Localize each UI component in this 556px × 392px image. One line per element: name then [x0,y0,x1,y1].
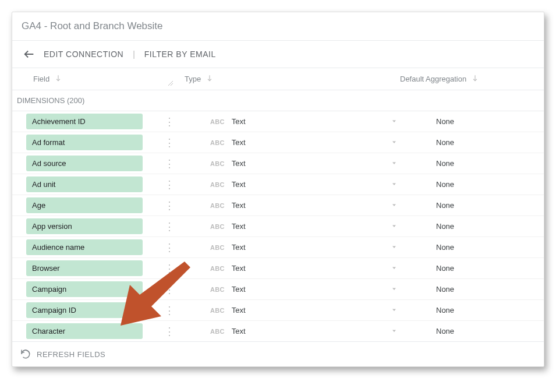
back-arrow-icon[interactable] [23,48,36,61]
more-options-icon[interactable]: ⋮ [161,326,178,337]
dimension-chip[interactable]: Achievement ID [26,114,143,129]
type-cell: ABC Text [210,263,415,274]
type-value: Text [232,138,246,147]
dimension-chip[interactable]: Audience name [26,239,143,255]
svg-marker-15 [392,309,396,311]
sort-arrow-down-icon [471,74,479,84]
type-value: Text [232,222,246,231]
aggregation-cell[interactable]: None [415,306,544,315]
type-dropdown-caret-icon[interactable] [391,326,398,337]
type-column-header[interactable]: Type [185,74,400,84]
aggregation-value: None [436,159,454,168]
dimension-chip[interactable]: Ad format [26,135,143,150]
svg-marker-13 [392,267,396,269]
type-dropdown-caret-icon[interactable] [391,200,398,211]
type-value: Text [232,264,246,273]
table-row: Browser ⋮ ABC Text None [12,258,544,279]
svg-line-2 [168,81,173,86]
svg-marker-7 [392,141,396,143]
aggregation-cell[interactable]: None [415,138,544,147]
field-cell: Audience name [26,239,161,255]
aggregation-cell[interactable]: None [415,327,544,336]
edit-connection-button[interactable]: EDIT CONNECTION [44,50,123,59]
type-cell: ABC Text [210,326,415,337]
aggregation-column-label: Default Aggregation [400,75,466,83]
resize-handle-icon[interactable] [167,79,173,87]
dimensions-list: Achievement ID ⋮ ABC Text None Ad format… [12,111,544,342]
aggregation-cell[interactable]: None [415,264,544,273]
field-cell: Campaign ID [26,302,161,318]
type-value: Text [232,327,246,336]
aggregation-cell[interactable]: None [415,180,544,189]
svg-line-3 [171,83,173,86]
aggregation-cell[interactable]: None [415,243,544,252]
svg-marker-9 [392,183,396,185]
more-options-icon[interactable]: ⋮ [161,179,178,190]
table-row: Campaign ID ⋮ ABC Text None [12,300,544,321]
aggregation-cell[interactable]: None [415,201,544,210]
type-column-label: Type [185,75,201,83]
field-column-header[interactable]: Field [33,74,185,84]
type-dropdown-caret-icon[interactable] [391,179,398,190]
field-cell: Ad format [26,135,161,150]
type-value: Text [232,285,246,294]
more-options-icon[interactable]: ⋮ [161,284,178,295]
more-options-icon[interactable]: ⋮ [161,263,178,274]
more-options-icon[interactable]: ⋮ [161,158,178,169]
field-cell: Browser [26,260,161,276]
type-dropdown-caret-icon[interactable] [391,158,398,169]
more-options-icon[interactable]: ⋮ [161,137,178,148]
type-cell: ABC Text [210,242,415,253]
table-row: Character ⋮ ABC Text None [12,321,544,342]
type-dropdown-caret-icon[interactable] [391,116,398,127]
table-row: Ad format ⋮ ABC Text None [12,132,544,153]
aggregation-value: None [436,138,454,147]
aggregation-cell[interactable]: None [415,285,544,294]
type-cell: ABC Text [210,305,415,316]
field-cell: Age [26,197,161,213]
type-dropdown-caret-icon[interactable] [391,221,398,232]
text-type-icon: ABC [210,244,225,251]
more-options-icon[interactable]: ⋮ [161,305,178,316]
more-options-icon[interactable]: ⋮ [161,242,178,253]
svg-marker-8 [392,162,396,164]
table-row: Achievement ID ⋮ ABC Text None [12,111,544,132]
type-dropdown-caret-icon[interactable] [391,305,398,316]
dimension-chip[interactable]: Ad source [26,156,143,171]
dimensions-section-header: DIMENSIONS (200) [12,90,544,111]
type-dropdown-caret-icon[interactable] [391,263,398,274]
aggregation-column-header[interactable]: Default Aggregation [400,74,544,84]
dimension-chip[interactable]: Character [26,323,143,339]
type-cell: ABC Text [210,200,415,211]
type-dropdown-caret-icon[interactable] [391,137,398,148]
column-headers: Field Type [12,68,544,90]
field-cell: Ad source [26,156,161,171]
filter-by-email-button[interactable]: FILTER BY EMAIL [144,50,216,59]
dimension-chip[interactable]: Campaign [26,281,143,297]
dimension-chip[interactable]: Ad unit [26,176,143,192]
type-value: Text [232,180,246,189]
aggregation-value: None [436,222,454,231]
dimension-chip[interactable]: Browser [26,260,143,276]
text-type-icon: ABC [210,307,225,314]
table-row: Ad source ⋮ ABC Text None [12,153,544,174]
refresh-fields-button[interactable]: REFRESH FIELDS [12,342,544,366]
text-type-icon: ABC [210,118,225,125]
dimension-chip[interactable]: Campaign ID [26,302,143,318]
refresh-icon [20,349,31,359]
table-row: Campaign ⋮ ABC Text None [12,279,544,300]
more-options-icon[interactable]: ⋮ [161,200,178,211]
more-options-icon[interactable]: ⋮ [161,221,178,232]
type-dropdown-caret-icon[interactable] [391,242,398,253]
dimension-chip[interactable]: App version [26,218,143,234]
aggregation-cell[interactable]: None [415,117,544,126]
aggregation-cell[interactable]: None [415,159,544,168]
dimension-chip[interactable]: Age [26,197,143,213]
type-dropdown-caret-icon[interactable] [391,284,398,295]
toolbar-separator: | [133,50,135,59]
aggregation-cell[interactable]: None [415,222,544,231]
more-options-icon[interactable]: ⋮ [161,116,178,127]
table-row: App version ⋮ ABC Text None [12,216,544,237]
field-column-label: Field [33,75,49,83]
page-title: GA4 - Root and Branch Website [12,12,544,41]
